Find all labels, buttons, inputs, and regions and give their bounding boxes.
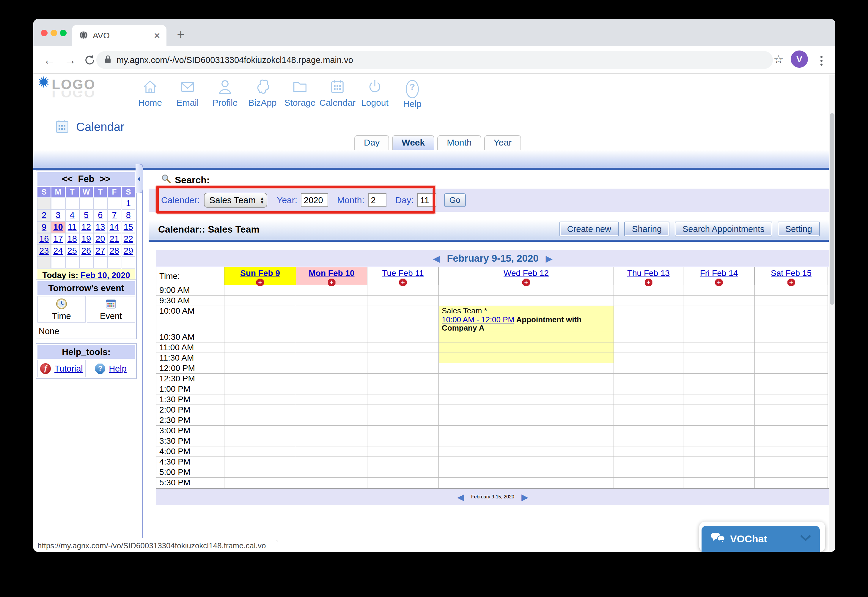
mini-calendar-day[interactable]: 13 bbox=[94, 221, 107, 233]
mini-calendar-day[interactable]: 28 bbox=[107, 245, 121, 256]
back-icon[interactable]: ← bbox=[43, 53, 55, 67]
calendar-slot[interactable] bbox=[614, 457, 683, 467]
calendar-slot[interactable] bbox=[296, 446, 368, 457]
mini-calendar-day[interactable]: 12 bbox=[80, 221, 93, 233]
calendar-slot[interactable] bbox=[368, 353, 439, 363]
nav-item-email[interactable]: Email bbox=[169, 77, 206, 109]
chevron-down-icon[interactable] bbox=[800, 535, 811, 543]
calendar-slot[interactable] bbox=[683, 426, 755, 436]
calendar-slot[interactable] bbox=[368, 343, 439, 353]
calendar-slot[interactable] bbox=[368, 457, 439, 467]
calendar-slot[interactable] bbox=[755, 394, 828, 405]
tab-month[interactable]: Month bbox=[437, 135, 481, 150]
calendar-slot[interactable] bbox=[683, 306, 755, 332]
calendar-slot[interactable] bbox=[614, 415, 683, 426]
calendar-slot[interactable] bbox=[368, 426, 439, 436]
calendar-slot[interactable] bbox=[225, 306, 296, 332]
calendar-slot[interactable] bbox=[296, 343, 368, 353]
mini-calendar-day[interactable]: 25 bbox=[66, 245, 79, 256]
calendar-slot[interactable] bbox=[755, 478, 828, 488]
calendar-select[interactable]: Sales Team ▲▼ bbox=[204, 193, 267, 208]
sharing-button[interactable]: Sharing bbox=[624, 221, 669, 236]
calendar-slot[interactable] bbox=[755, 296, 828, 306]
calendar-slot[interactable] bbox=[439, 296, 614, 306]
add-event-icon[interactable]: + bbox=[328, 279, 336, 286]
calendar-slot[interactable] bbox=[614, 394, 683, 405]
calendar-slot[interactable] bbox=[683, 446, 755, 457]
calendar-slot[interactable] bbox=[296, 363, 368, 374]
calendar-slot[interactable] bbox=[296, 457, 368, 467]
calendar-slot[interactable] bbox=[683, 467, 755, 478]
calendar-slot[interactable] bbox=[368, 394, 439, 405]
mini-calendar-day[interactable]: 29 bbox=[122, 245, 135, 256]
calendar-slot[interactable] bbox=[755, 384, 828, 394]
calendar-slot[interactable] bbox=[439, 405, 614, 415]
calendar-slot[interactable] bbox=[755, 332, 828, 343]
calendar-slot[interactable] bbox=[683, 353, 755, 363]
mini-calendar-day[interactable]: 16 bbox=[37, 233, 51, 244]
calendar-slot[interactable] bbox=[683, 343, 755, 353]
prev-week-icon[interactable]: ◀ bbox=[433, 253, 440, 264]
sidebar-collapse-handle[interactable] bbox=[135, 164, 143, 193]
mini-calendar-day[interactable]: 24 bbox=[51, 245, 64, 256]
nav-item-home[interactable]: Home bbox=[131, 77, 169, 109]
calendar-slot[interactable] bbox=[368, 446, 439, 457]
mini-calendar-day[interactable]: 19 bbox=[80, 233, 93, 244]
forward-icon[interactable]: → bbox=[64, 53, 76, 67]
go-button[interactable]: Go bbox=[444, 193, 466, 207]
mini-calendar-day[interactable]: 1 bbox=[122, 198, 135, 209]
calendar-slot[interactable] bbox=[368, 374, 439, 384]
calendar-slot[interactable] bbox=[683, 363, 755, 374]
calendar-slot[interactable] bbox=[683, 405, 755, 415]
tutorial-link[interactable]: Tutorial bbox=[54, 364, 83, 374]
tab-year[interactable]: Year bbox=[484, 135, 521, 150]
calendar-slot[interactable] bbox=[614, 405, 683, 415]
appointment-block[interactable]: Sales Team *10:00 AM - 12:00 PM Appointm… bbox=[439, 306, 614, 332]
calendar-slot[interactable] bbox=[225, 478, 296, 488]
calendar-slot[interactable] bbox=[225, 436, 296, 446]
calendar-slot[interactable] bbox=[225, 343, 296, 353]
calendar-slot[interactable] bbox=[296, 353, 368, 363]
calendar-slot[interactable] bbox=[439, 332, 614, 343]
calendar-slot[interactable] bbox=[439, 415, 614, 426]
nav-item-logout[interactable]: Logout bbox=[356, 77, 393, 109]
calendar-slot[interactable] bbox=[368, 306, 439, 332]
calendar-slot[interactable] bbox=[225, 467, 296, 478]
calendar-slot[interactable] bbox=[439, 353, 614, 363]
calendar-slot[interactable] bbox=[368, 467, 439, 478]
search-appointments-button[interactable]: Search Appointments bbox=[675, 221, 772, 236]
calendar-slot[interactable] bbox=[683, 457, 755, 467]
mini-calendar-day[interactable]: 9 bbox=[37, 221, 51, 233]
calendar-slot[interactable] bbox=[439, 478, 614, 488]
create-new-button[interactable]: Create new bbox=[560, 221, 619, 236]
calendar-slot[interactable] bbox=[614, 426, 683, 436]
calendar-slot[interactable] bbox=[614, 306, 683, 332]
mini-calendar-day[interactable]: 2 bbox=[37, 210, 51, 221]
mini-calendar-day[interactable]: 8 bbox=[122, 210, 135, 221]
calendar-slot[interactable] bbox=[296, 296, 368, 306]
mini-calendar-day[interactable]: 23 bbox=[37, 245, 51, 256]
new-tab-icon[interactable]: + bbox=[173, 27, 189, 43]
mini-calendar-day[interactable]: 7 bbox=[107, 210, 121, 221]
mini-calendar-day[interactable]: 27 bbox=[94, 245, 107, 256]
calendar-slot[interactable] bbox=[296, 467, 368, 478]
vochat-bar[interactable]: VOChat bbox=[701, 526, 820, 552]
calendar-slot[interactable] bbox=[296, 394, 368, 405]
page-scrollbar[interactable] bbox=[829, 74, 835, 552]
calendar-slot[interactable] bbox=[755, 436, 828, 446]
calendar-slot[interactable] bbox=[683, 296, 755, 306]
mini-calendar-day[interactable]: 15 bbox=[122, 221, 135, 233]
appointment-time-link[interactable]: 10:00 AM - 12:00 PM bbox=[442, 315, 514, 324]
profile-avatar[interactable]: V bbox=[791, 50, 808, 68]
calendar-slot[interactable] bbox=[683, 394, 755, 405]
calendar-slot[interactable] bbox=[296, 415, 368, 426]
mini-calendar-day[interactable]: 3 bbox=[51, 210, 64, 221]
calendar-slot[interactable] bbox=[296, 374, 368, 384]
calendar-slot[interactable] bbox=[368, 296, 439, 306]
mini-calendar-day[interactable]: 10 bbox=[51, 221, 64, 233]
calendar-slot[interactable] bbox=[614, 374, 683, 384]
mini-calendar-day[interactable]: 18 bbox=[66, 233, 79, 244]
calendar-slot[interactable] bbox=[755, 457, 828, 467]
nav-item-help[interactable]: ? Help bbox=[393, 77, 431, 109]
calendar-slot[interactable] bbox=[439, 384, 614, 394]
